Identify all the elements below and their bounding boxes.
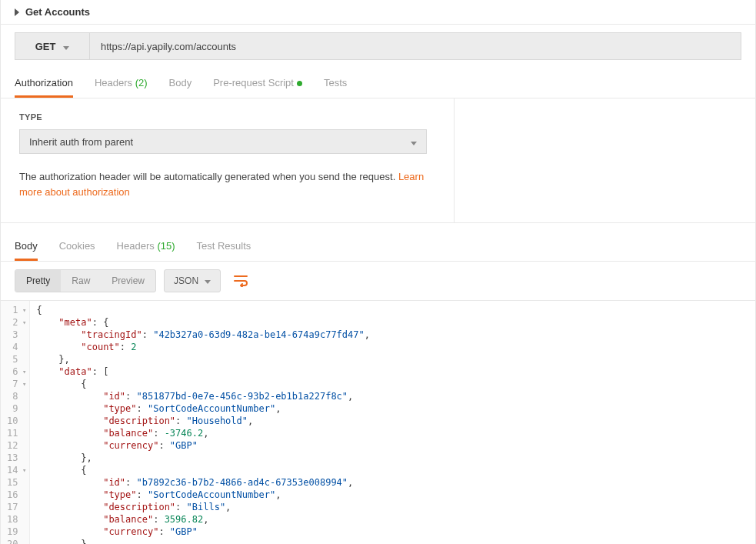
headers-count-badge: (2)	[135, 77, 148, 88]
wrap-lines-button[interactable]	[228, 269, 253, 292]
gutter-line: 18	[1, 513, 29, 526]
code-line: "id": "b7892c36-b7b2-4866-ad4c-67353e008…	[36, 476, 370, 489]
url-input[interactable]: https://api.yapily.com/accounts	[90, 32, 741, 60]
resp-tab-tests[interactable]: Test Results	[197, 231, 251, 261]
gutter-line: 15	[1, 476, 29, 489]
code-line: "id": "851877bd-0e7e-456c-93b2-eb1b1a227…	[36, 390, 370, 402]
code-line: },	[36, 353, 370, 365]
code-content[interactable]: { "meta": { "tracingId": "42b327a0-63d9-…	[30, 301, 376, 544]
gutter-line: 20	[1, 538, 29, 544]
code-line: "currency": "GBP"	[36, 439, 370, 452]
resp-headers-count: (15)	[157, 240, 175, 252]
auth-right-panel	[455, 98, 755, 222]
gutter-line: 9	[1, 402, 29, 415]
tab-headers[interactable]: Headers (2)	[95, 68, 148, 98]
fold-icon[interactable]: ▾	[20, 378, 26, 390]
fold-icon[interactable]: ▾	[20, 304, 26, 316]
gutter-line: 14▾	[1, 464, 29, 476]
format-select[interactable]: JSON	[164, 269, 221, 292]
url-value: https://api.yapily.com/accounts	[101, 41, 236, 52]
gutter-line: 10	[1, 415, 29, 427]
tab-authorization[interactable]: Authorization	[15, 68, 73, 98]
request-header-row[interactable]: Get Accounts	[1, 0, 755, 25]
preview-button[interactable]: Preview	[101, 270, 155, 292]
resp-tab-body[interactable]: Body	[15, 231, 38, 261]
wrap-icon	[234, 275, 248, 287]
response-tabs: Body Cookies Headers (15) Test Results	[1, 231, 755, 262]
caret-down-icon	[63, 41, 69, 52]
code-line: "tracingId": "42b327a0-63d9-482a-be14-67…	[36, 329, 370, 341]
gutter-line: 4	[1, 341, 29, 353]
fold-icon[interactable]: ▾	[20, 464, 26, 476]
gutter-line: 6▾	[1, 365, 29, 378]
code-line: {	[36, 304, 370, 316]
gutter-line: 11	[1, 427, 29, 439]
auth-type-select[interactable]: Inherit auth from parent	[19, 129, 427, 154]
auth-section: TYPE Inherit auth from parent The author…	[1, 98, 755, 223]
line-gutter: 1▾2▾3456▾7▾891011121314▾151617181920	[1, 301, 30, 544]
pretty-button[interactable]: Pretty	[15, 270, 61, 292]
body-toolbar: Pretty Raw Preview JSON	[1, 262, 755, 300]
code-line: "type": "SortCodeAccountNumber",	[36, 402, 370, 415]
view-mode-group: Pretty Raw Preview	[15, 269, 156, 292]
resp-tab-headers[interactable]: Headers (15)	[117, 231, 175, 261]
http-method-value: GET	[35, 41, 56, 52]
response-body-code: 1▾2▾3456▾7▾891011121314▾151617181920 { "…	[1, 300, 755, 544]
url-row: GET https://api.yapily.com/accounts	[1, 25, 755, 68]
raw-button[interactable]: Raw	[61, 270, 101, 292]
gutter-line: 16	[1, 489, 29, 501]
code-line: }	[36, 538, 370, 544]
code-line: "description": "Bills",	[36, 501, 370, 513]
expand-triangle-icon	[15, 8, 19, 16]
gutter-line: 1▾	[1, 304, 29, 316]
auth-left-panel: TYPE Inherit auth from parent The author…	[1, 98, 455, 222]
gutter-line: 2▾	[1, 316, 29, 329]
gutter-line: 3	[1, 329, 29, 341]
code-line: "balance": 3596.82,	[36, 513, 370, 526]
gutter-line: 7▾	[1, 378, 29, 390]
tab-prerequest[interactable]: Pre-request Script	[213, 68, 302, 98]
caret-down-icon	[205, 275, 211, 286]
gutter-line: 13	[1, 452, 29, 464]
code-line: "count": 2	[36, 341, 370, 353]
tab-tests[interactable]: Tests	[324, 68, 347, 98]
fold-icon[interactable]: ▾	[20, 316, 26, 329]
code-line: {	[36, 464, 370, 476]
gutter-line: 8	[1, 390, 29, 402]
code-line: "data": [	[36, 365, 370, 378]
code-line: "type": "SortCodeAccountNumber",	[36, 489, 370, 501]
caret-down-icon	[411, 136, 417, 148]
fold-icon[interactable]: ▾	[20, 365, 26, 378]
auth-type-value: Inherit auth from parent	[29, 136, 133, 148]
resp-tab-cookies[interactable]: Cookies	[59, 231, 95, 261]
gutter-line: 19	[1, 526, 29, 538]
auth-description: The authorization header will be automat…	[19, 169, 435, 199]
auth-type-label: TYPE	[19, 112, 435, 122]
code-line: },	[36, 452, 370, 464]
http-method-select[interactable]: GET	[15, 32, 90, 60]
code-line: {	[36, 378, 370, 390]
code-line: "meta": {	[36, 316, 370, 329]
code-line: "currency": "GBP"	[36, 526, 370, 538]
gutter-line: 12	[1, 439, 29, 452]
dot-indicator-icon	[297, 81, 302, 86]
code-line: "balance": -3746.2,	[36, 427, 370, 439]
tab-body[interactable]: Body	[169, 68, 192, 98]
request-name: Get Accounts	[25, 6, 90, 18]
request-panel: Get Accounts GET https://api.yapily.com/…	[0, 0, 756, 544]
gutter-line: 5	[1, 353, 29, 365]
gutter-line: 17	[1, 501, 29, 513]
code-line: "description": "Household",	[36, 415, 370, 427]
request-tabs: Authorization Headers (2) Body Pre-reque…	[1, 68, 755, 98]
